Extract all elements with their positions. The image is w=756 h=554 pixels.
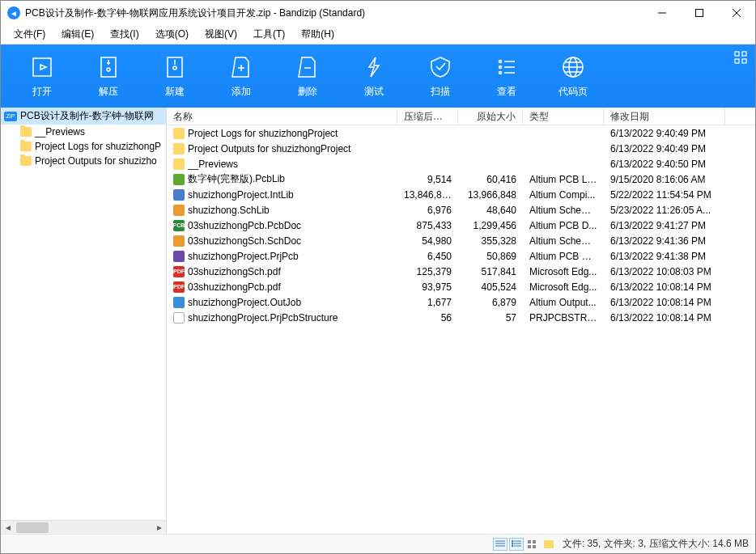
cell-date: 6/13/2022 9:40:49 PM — [604, 128, 725, 139]
cell-name: 数字钟(完整版).PcbLib — [167, 172, 397, 186]
table-row[interactable]: PCB03shuzizhongPcb.PcbDoc875,4331,299,45… — [167, 218, 755, 233]
cell-name: PDF03shuzizhongSch.pdf — [167, 266, 397, 277]
column-modified[interactable]: 修改日期 — [604, 108, 725, 125]
cell-original: 517,841 — [458, 266, 523, 277]
status-folder-icon[interactable] — [542, 538, 556, 551]
file-name: __Previews — [188, 159, 238, 170]
table-row[interactable]: __Previews6/13/2022 9:40:50 PM — [167, 156, 755, 171]
cell-name: __Previews — [167, 159, 397, 170]
codepage-icon — [560, 54, 586, 80]
cell-name: Project Logs for shuzizhongProject — [167, 128, 397, 139]
view-details-icon[interactable] — [493, 538, 508, 551]
maximize-button[interactable] — [681, 1, 718, 25]
table-row[interactable]: shuzizhongProject.PrjPcb6,45050,869Altiu… — [167, 248, 755, 264]
folder-icon — [20, 142, 32, 151]
column-type[interactable]: 类型 — [523, 108, 604, 125]
tree-item[interactable]: __Previews — [1, 125, 166, 139]
scroll-left-arrow[interactable]: ◂ — [1, 521, 15, 535]
settings-icon[interactable] — [734, 51, 747, 64]
tree-horizontal-scrollbar[interactable]: ◂ ▸ — [1, 520, 166, 534]
cell-compressed: 93,975 — [397, 281, 458, 293]
column-name[interactable]: 名称 — [167, 108, 397, 125]
cell-compressed: 6,976 — [397, 205, 458, 216]
add-icon — [228, 54, 254, 80]
svg-rect-20 — [735, 52, 739, 56]
open-button[interactable]: 打开 — [9, 44, 75, 108]
close-button[interactable] — [718, 1, 755, 25]
menu-find[interactable]: 查找(I) — [104, 26, 145, 43]
table-row[interactable]: shuzizhongProject.PrjPcbStructure5657PRJ… — [167, 310, 755, 325]
table-row[interactable]: 03shuzizhongSch.SchDoc54,980355,328Altiu… — [167, 233, 755, 248]
column-compressed[interactable]: 压缩后大小 — [397, 108, 458, 125]
table-row[interactable]: shuzizhongProject.OutJob1,6776,879Altium… — [167, 294, 755, 310]
delete-icon — [295, 54, 321, 80]
cell-date: 5/23/2022 11:26:05 A... — [604, 205, 725, 216]
extract-button[interactable]: 解压 — [75, 44, 142, 108]
menu-option[interactable]: 选项(O) — [149, 26, 195, 43]
svg-point-6 — [107, 68, 110, 71]
folder-icon — [173, 143, 185, 154]
app-icon: ◄ — [7, 6, 20, 19]
view-icon — [494, 54, 520, 80]
minimize-button[interactable] — [643, 1, 681, 25]
folder-icon — [20, 156, 32, 166]
table-row[interactable]: shuzizhong.SchLib6,97648,640Altium Schem… — [167, 202, 755, 218]
list-pane: 名称 压缩后大小 原始大小 类型 修改日期 Project Logs for s… — [167, 108, 755, 534]
app-window: ◄ PCB设计及制作-数字钟-物联网应用系统设计项目开发.zip - Bandi… — [0, 0, 756, 554]
file-name: shuzizhongProject.PrjPcb — [188, 251, 299, 262]
file-name: 03shuzizhongPcb.pdf — [188, 281, 281, 293]
cell-date: 6/13/2022 10:08:14 PM — [604, 297, 725, 308]
cell-type: Microsoft Edg... — [523, 281, 604, 293]
cell-original: 355,328 — [458, 235, 523, 247]
tree-item[interactable]: Project Outputs for shuzizho — [1, 154, 166, 168]
table-row[interactable]: Project Outputs for shuzizhongProject6/1… — [167, 141, 755, 156]
table-row[interactable]: Project Logs for shuzizhongProject6/13/2… — [167, 125, 755, 141]
list-body: Project Logs for shuzizhongProject6/13/2… — [167, 125, 755, 534]
svg-point-11 — [499, 66, 502, 68]
table-row[interactable]: 数字钟(完整版).PcbLib9,51460,416Altium PCB Li.… — [167, 171, 755, 187]
cell-compressed: 56 — [397, 312, 458, 324]
scan-button[interactable]: 扫描 — [407, 44, 474, 108]
svg-rect-33 — [528, 540, 531, 543]
new-icon — [162, 54, 188, 80]
svg-point-31 — [512, 543, 513, 544]
codepage-button[interactable]: 代码页 — [540, 44, 606, 108]
test-button[interactable]: 测试 — [341, 44, 407, 108]
column-original[interactable]: 原始大小 — [458, 108, 523, 125]
table-row[interactable]: PDF03shuzizhongSch.pdf125,379517,841Micr… — [167, 264, 755, 279]
cell-name: Project Outputs for shuzizhongProject — [167, 143, 397, 154]
view-icons-icon[interactable] — [525, 538, 540, 551]
add-button[interactable]: 添加 — [208, 44, 274, 108]
cell-date: 6/13/2022 9:41:38 PM — [604, 251, 725, 262]
tree-item[interactable]: Project Logs for shuzizhongP — [1, 139, 166, 154]
cell-original: 60,416 — [458, 174, 523, 185]
scrollbar-thumb[interactable] — [16, 522, 49, 533]
delete-button[interactable]: 删除 — [274, 44, 341, 108]
view-button[interactable]: 查看 — [474, 44, 540, 108]
cell-type: PRJPCBSTRUC... — [523, 312, 604, 324]
file-name: 数字钟(完整版).PcbLib — [188, 172, 285, 186]
menu-file[interactable]: 文件(F) — [7, 26, 52, 43]
menu-tool[interactable]: 工具(T) — [247, 26, 291, 43]
svg-point-8 — [173, 66, 176, 70]
table-row[interactable]: PDF03shuzizhongPcb.pdf93,975405,524Micro… — [167, 279, 755, 294]
pdf-icon: PDF — [173, 281, 185, 293]
statusbar: 文件: 35, 文件夹: 3, 压缩文件大小: 14.6 MB — [1, 534, 755, 553]
new-button[interactable]: 新建 — [142, 44, 208, 108]
cell-original: 405,524 — [458, 281, 523, 293]
pdf-icon: PDF — [173, 266, 185, 277]
file-name: shuzizhongProject.PrjPcbStructure — [188, 312, 338, 324]
cell-date: 6/13/2022 9:40:49 PM — [604, 143, 725, 154]
menu-edit[interactable]: 编辑(E) — [55, 26, 100, 43]
table-row[interactable]: shuzizhongProject.IntLib13,846,80113,966… — [167, 187, 755, 202]
cell-type: Microsoft Edg... — [523, 266, 604, 277]
cell-date: 6/13/2022 10:08:03 PM — [604, 266, 725, 277]
tree-root[interactable]: ZIP PCB设计及制作-数字钟-物联网 — [1, 108, 166, 125]
menu-view[interactable]: 视图(V) — [198, 26, 244, 43]
scroll-right-arrow[interactable]: ▸ — [152, 521, 166, 535]
sch-icon — [173, 235, 185, 247]
cell-original: 50,869 — [458, 251, 523, 262]
menu-help[interactable]: 帮助(H) — [295, 26, 341, 43]
cell-name: shuzizhongProject.PrjPcb — [167, 251, 397, 262]
view-list-icon[interactable] — [509, 538, 524, 551]
